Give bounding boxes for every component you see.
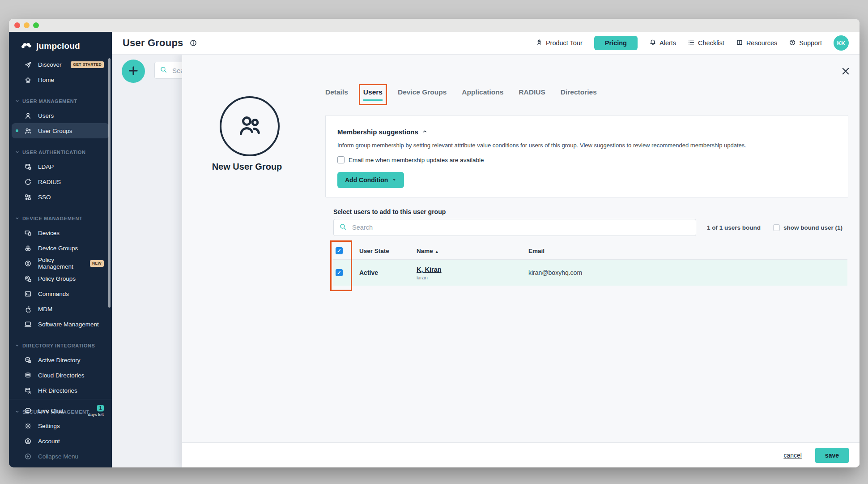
- sidebar-item-radius[interactable]: RADIUS: [12, 174, 109, 189]
- add-condition-button[interactable]: Add Condition: [337, 172, 404, 188]
- sidebar-section-device-management[interactable]: DEVICE MANAGEMENT: [9, 212, 112, 225]
- sso-icon: [24, 193, 32, 201]
- sidebar-item-users[interactable]: Users: [12, 108, 109, 123]
- table-row[interactable]: ✓ActiveK, Kirankirankiran@boxyhq.com: [333, 260, 847, 286]
- sidebar-item-policy-management[interactable]: Policy ManagementNEW: [12, 256, 109, 271]
- sidebar-item-account[interactable]: Account: [12, 433, 109, 449]
- tab-details[interactable]: Details: [325, 88, 348, 101]
- sidebar-item-label: Discover: [38, 61, 62, 68]
- save-button[interactable]: save: [815, 448, 849, 463]
- product-tour-icon: [536, 39, 543, 47]
- sort-asc-icon: ▲: [435, 249, 439, 254]
- user-name-link[interactable]: K, Kiran: [417, 266, 442, 273]
- sidebar-item-discover[interactable]: DiscoverGET STARTED: [12, 57, 109, 72]
- content-area: New User Group DetailsUsersDevice Groups…: [112, 54, 859, 467]
- sidebar-item-label: Active Directory: [38, 357, 81, 364]
- sidebar-item-label: Commands: [38, 291, 69, 297]
- sidebar-section-user-authentication[interactable]: USER AUTHENTICATION: [9, 146, 112, 159]
- sidebar-item-label: User Groups: [38, 128, 72, 134]
- email-updates-checkbox[interactable]: [337, 156, 345, 163]
- column-header-email[interactable]: Email: [528, 248, 847, 254]
- nav-resources[interactable]: Resources: [736, 39, 777, 47]
- nav-product-tour[interactable]: Product Tour: [536, 39, 583, 47]
- pricing-button[interactable]: Pricing: [594, 36, 638, 50]
- nav-support[interactable]: Support: [789, 39, 822, 47]
- show-bound-label: show bound user (1): [783, 224, 842, 231]
- zoom-window-button[interactable]: [33, 22, 39, 28]
- page-title: User Groups: [123, 37, 183, 49]
- sidebar-item-devices[interactable]: Devices: [12, 225, 109, 240]
- active-directory-icon: [24, 356, 32, 364]
- users-search-input[interactable]: [351, 223, 690, 231]
- sidebar-item-ldap[interactable]: LDAP: [12, 159, 109, 174]
- sidebar-item-active-directory[interactable]: Active Directory: [12, 352, 109, 368]
- column-header-name[interactable]: Name▲: [417, 248, 528, 254]
- table-header: ✓User StateName▲Email: [333, 242, 847, 260]
- get-started-badge: GET STARTED: [71, 61, 104, 68]
- caret-down-icon: [392, 176, 396, 184]
- row-checkbox[interactable]: ✓: [336, 269, 343, 276]
- device-group-icon: [24, 244, 32, 252]
- sidebar-item-software-management[interactable]: Software Management: [12, 317, 109, 332]
- select-all-checkbox[interactable]: ✓: [336, 247, 343, 254]
- tab-directories[interactable]: Directories: [561, 88, 597, 101]
- sidebar-scrollbar[interactable]: [108, 58, 111, 308]
- email-updates-option[interactable]: Email me when membership updates are ava…: [337, 156, 836, 163]
- checklist-icon: [688, 39, 695, 47]
- sidebar-item-home[interactable]: Home: [12, 72, 109, 87]
- sidebar-item-commands[interactable]: Commands: [12, 286, 109, 301]
- users-table: ✓User StateName▲Email ✓ActiveK, Kirankir…: [333, 242, 847, 286]
- column-header-user-state[interactable]: User State: [359, 248, 417, 254]
- sidebar-section-title: USER AUTHENTICATION: [22, 150, 86, 155]
- tab-applications[interactable]: Applications: [462, 88, 503, 101]
- tab-users[interactable]: Users: [363, 88, 383, 101]
- user-group-icon: [237, 112, 263, 140]
- sidebar-item-settings[interactable]: Settings: [12, 418, 109, 433]
- close-panel-button[interactable]: [840, 66, 851, 77]
- chevron-down-icon: [15, 99, 20, 104]
- show-bound-option[interactable]: show bound user (1): [773, 224, 842, 231]
- live-chat-icon: [24, 407, 32, 415]
- sidebar-item-sso[interactable]: SSO: [12, 189, 109, 205]
- cancel-button[interactable]: cancel: [783, 452, 801, 459]
- policy-management-icon: [24, 260, 32, 267]
- sidebar-item-device-groups[interactable]: Device Groups: [12, 240, 109, 256]
- sidebar-item-live-chat[interactable]: Live Chat1days left: [12, 403, 109, 418]
- sidebar-item-label: Policy Management: [38, 257, 84, 270]
- membership-suggestions-toggle[interactable]: Membership suggestions: [337, 128, 836, 136]
- tab-radius[interactable]: RADIUS: [519, 88, 545, 101]
- search-icon: [160, 66, 167, 75]
- close-window-button[interactable]: [14, 22, 20, 28]
- commands-icon: [24, 290, 32, 298]
- sidebar-item-collapse-menu[interactable]: Collapse Menu: [12, 449, 109, 464]
- info-icon[interactable]: [189, 39, 197, 47]
- cloud-logo-icon: [20, 41, 33, 52]
- sidebar-section-directory-integrations[interactable]: DIRECTORY INTEGRATIONS: [9, 339, 112, 352]
- sidebar-item-label: Users: [38, 112, 54, 119]
- sidebar-item-label: Live Chat: [38, 407, 64, 414]
- nav-checklist[interactable]: Checklist: [688, 39, 724, 47]
- user-avatar[interactable]: KK: [834, 35, 849, 51]
- nav-alerts[interactable]: Alerts: [649, 39, 676, 47]
- sidebar-item-policy-groups[interactable]: Policy Groups: [12, 271, 109, 286]
- radius-icon: [24, 178, 32, 186]
- membership-suggestions-title: Membership suggestions: [337, 128, 418, 136]
- jumpcloud-logo[interactable]: jumpcloud: [9, 35, 112, 57]
- nav-label: Checklist: [698, 39, 724, 47]
- sidebar-section-user-management[interactable]: USER MANAGEMENT: [9, 94, 112, 108]
- sidebar-item-user-groups[interactable]: User Groups: [12, 123, 109, 138]
- chevron-down-icon: [15, 216, 20, 222]
- new-badge: NEW: [90, 260, 104, 267]
- tab-device-groups[interactable]: Device Groups: [398, 88, 447, 101]
- policy-groups-icon: [24, 275, 32, 283]
- show-bound-checkbox[interactable]: [773, 224, 780, 231]
- sidebar-item-mdm[interactable]: MDM: [12, 301, 109, 317]
- sidebar-nav: DiscoverGET STARTEDHomeUSER MANAGEMENTUs…: [9, 57, 112, 419]
- sidebar-item-label: Collapse Menu: [38, 453, 78, 460]
- sidebar-item-cloud-directories[interactable]: Cloud Directories: [12, 368, 109, 383]
- minimize-window-button[interactable]: [24, 22, 30, 28]
- add-user-group-button[interactable]: [122, 60, 145, 83]
- settings-icon: [24, 422, 32, 430]
- page-header: User Groups Product TourPricingAlertsChe…: [112, 32, 859, 55]
- membership-suggestions-card: Membership suggestions Inform group memb…: [325, 115, 848, 197]
